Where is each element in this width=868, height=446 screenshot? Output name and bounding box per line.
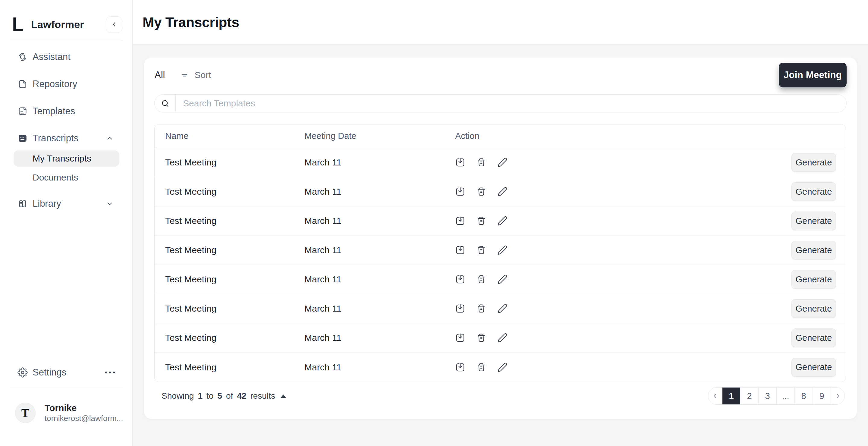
- card-toolbar: All Sort Join Meeting: [155, 63, 846, 87]
- edit-icon[interactable]: [497, 274, 507, 284]
- main-area: My Transcripts All Sort Join Meeting: [133, 0, 868, 446]
- delete-icon[interactable]: [476, 245, 487, 255]
- pagination-page[interactable]: 8: [795, 387, 812, 405]
- edit-icon[interactable]: [497, 362, 507, 373]
- row-name: Test Meeting: [155, 274, 304, 284]
- search-icon: [155, 95, 176, 112]
- table-row: Test Meeting March 11 Generate: [155, 265, 846, 294]
- download-icon[interactable]: [455, 216, 465, 226]
- delete-icon[interactable]: [476, 157, 487, 167]
- generate-button[interactable]: Generate: [792, 212, 836, 230]
- pagination-page[interactable]: 2: [740, 387, 758, 405]
- delete-icon[interactable]: [476, 187, 487, 197]
- content-area: All Sort Join Meeting Name Meeti: [133, 44, 868, 446]
- results-summary: Showing 1 to 5 of 42 results: [161, 391, 286, 401]
- delete-icon[interactable]: [476, 274, 487, 284]
- brand-name: Lawformer: [31, 19, 84, 30]
- sidebar-item-documents[interactable]: Documents: [13, 169, 119, 186]
- generate-button[interactable]: Generate: [792, 299, 836, 318]
- sidebar-item-label: Settings: [33, 367, 66, 378]
- generate-button[interactable]: Generate: [792, 153, 836, 172]
- chevron-left-icon: [712, 393, 718, 399]
- generate-button[interactable]: Generate: [792, 182, 836, 201]
- download-icon[interactable]: [455, 362, 465, 373]
- row-name: Test Meeting: [155, 362, 304, 373]
- row-date: March 11: [304, 245, 455, 255]
- row-date: March 11: [304, 274, 455, 284]
- search-bar: [154, 94, 846, 113]
- generate-button[interactable]: Generate: [792, 270, 836, 289]
- sidebar-collapse-button[interactable]: [106, 16, 122, 33]
- edit-icon[interactable]: [497, 304, 507, 314]
- chevron-left-icon: [111, 21, 118, 28]
- edit-icon[interactable]: [497, 216, 507, 226]
- sidebar-item-label: Library: [33, 198, 61, 209]
- row-name: Test Meeting: [155, 187, 304, 197]
- generate-button[interactable]: Generate: [792, 328, 836, 347]
- pagination-prev[interactable]: [708, 387, 722, 405]
- download-icon[interactable]: [455, 274, 465, 284]
- showing-results-word: results: [250, 391, 275, 401]
- sort-lines-icon: [180, 70, 189, 79]
- sidebar-subitem-label: Documents: [33, 172, 79, 183]
- sidebar-item-library[interactable]: Library: [0, 196, 132, 211]
- sidebar-item-my-transcripts[interactable]: My Transcripts: [13, 150, 119, 167]
- templates-icon: [18, 106, 28, 116]
- edit-icon[interactable]: [497, 187, 507, 197]
- pagination-ellipsis[interactable]: ...: [776, 387, 795, 405]
- gear-icon: [18, 368, 28, 378]
- download-icon[interactable]: [455, 187, 465, 197]
- table-row: Test Meeting March 11 Generate: [155, 294, 846, 323]
- column-header-date: Meeting Date: [304, 131, 455, 141]
- download-icon[interactable]: [455, 157, 465, 167]
- assistant-icon: [18, 52, 28, 62]
- pagination-page[interactable]: 1: [722, 387, 740, 405]
- download-icon[interactable]: [455, 333, 465, 343]
- join-meeting-button[interactable]: Join Meeting: [779, 63, 846, 87]
- sidebar-item-transcripts[interactable]: Transcripts: [0, 131, 132, 146]
- table-row: Test Meeting March 11 Generate: [155, 236, 846, 265]
- transcripts-icon: [18, 133, 28, 144]
- delete-icon[interactable]: [476, 362, 487, 373]
- tab-all[interactable]: All: [155, 70, 165, 81]
- row-date: March 11: [304, 187, 455, 197]
- pagination-page[interactable]: 9: [812, 387, 831, 405]
- results-sort-icon[interactable]: [281, 394, 286, 398]
- showing-to: 5: [217, 391, 222, 401]
- sidebar-item-repository[interactable]: Repository: [0, 77, 132, 91]
- sort-control[interactable]: Sort: [180, 70, 211, 80]
- table-row: Test Meeting March 11 Generate: [155, 323, 846, 353]
- download-icon[interactable]: [455, 245, 465, 255]
- download-icon[interactable]: [455, 304, 465, 314]
- sidebar-item-label: Transcripts: [33, 133, 79, 144]
- delete-icon[interactable]: [476, 216, 487, 226]
- sidebar-item-templates[interactable]: Templates: [0, 104, 132, 119]
- row-name: Test Meeting: [155, 216, 304, 226]
- sidebar-item-assistant[interactable]: Assistant: [0, 50, 132, 64]
- pagination-page[interactable]: 3: [758, 387, 776, 405]
- brand-row: L Lawformer: [12, 16, 122, 33]
- sidebar-item-settings[interactable]: Settings: [0, 365, 132, 380]
- card-footer: Showing 1 to 5 of 42 results 1: [161, 387, 845, 405]
- generate-button[interactable]: Generate: [792, 358, 836, 377]
- pagination-next[interactable]: [831, 387, 844, 405]
- table-header-row: Name Meeting Date Action: [155, 124, 846, 148]
- generate-button[interactable]: Generate: [792, 241, 836, 259]
- sidebar-item-label: Templates: [33, 106, 75, 117]
- avatar: T: [15, 403, 36, 423]
- more-options-icon[interactable]: [105, 372, 115, 373]
- user-profile[interactable]: T Tornike tornikerost@lawform...: [15, 403, 123, 424]
- edit-icon[interactable]: [497, 245, 507, 255]
- sidebar-divider-top: [10, 40, 123, 40]
- delete-icon[interactable]: [476, 304, 487, 314]
- edit-icon[interactable]: [497, 333, 507, 343]
- table-row: Test Meeting March 11 Generate: [155, 206, 846, 236]
- row-name: Test Meeting: [155, 245, 304, 255]
- row-date: March 11: [304, 216, 455, 226]
- row-name: Test Meeting: [155, 333, 304, 343]
- search-input[interactable]: [176, 95, 846, 112]
- user-name: Tornike: [44, 403, 123, 413]
- delete-icon[interactable]: [476, 333, 487, 343]
- edit-icon[interactable]: [497, 157, 507, 167]
- sidebar-divider-bottom: [10, 387, 123, 387]
